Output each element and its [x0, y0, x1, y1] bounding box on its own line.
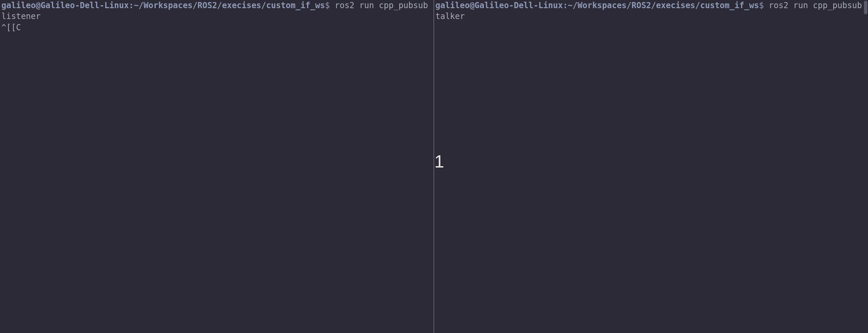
prompt-symbol-right: $ — [759, 1, 764, 10]
output-line-left: ^[[C — [1, 23, 21, 32]
terminal-pane-left[interactable]: galileo@Galileo-Dell-Linux:~/Workspaces/… — [0, 0, 434, 333]
prompt-path-right: ~/Workspaces/ROS2/execises/custom_if_ws — [568, 1, 759, 10]
prompt-user-host-right: galileo@Galileo-Dell-Linux — [435, 1, 563, 10]
scrollbar-right[interactable] — [863, 0, 868, 333]
scrollbar-thumb-right[interactable] — [864, 1, 867, 14]
prompt-separator-left: : — [129, 1, 134, 10]
prompt-path-left: ~/Workspaces/ROS2/execises/custom_if_ws — [134, 1, 325, 10]
prompt-user-host-left: galileo@Galileo-Dell-Linux — [1, 1, 129, 10]
terminal-content-left[interactable]: galileo@Galileo-Dell-Linux:~/Workspaces/… — [0, 0, 434, 33]
terminal-pane-right[interactable]: galileo@Galileo-Dell-Linux:~/Workspaces/… — [434, 0, 868, 333]
command-left — [330, 1, 335, 10]
prompt-separator-right: : — [563, 1, 568, 10]
command-right — [764, 1, 769, 10]
prompt-symbol-left: $ — [325, 1, 330, 10]
terminal-content-right[interactable]: galileo@Galileo-Dell-Linux:~/Workspaces/… — [434, 0, 868, 22]
